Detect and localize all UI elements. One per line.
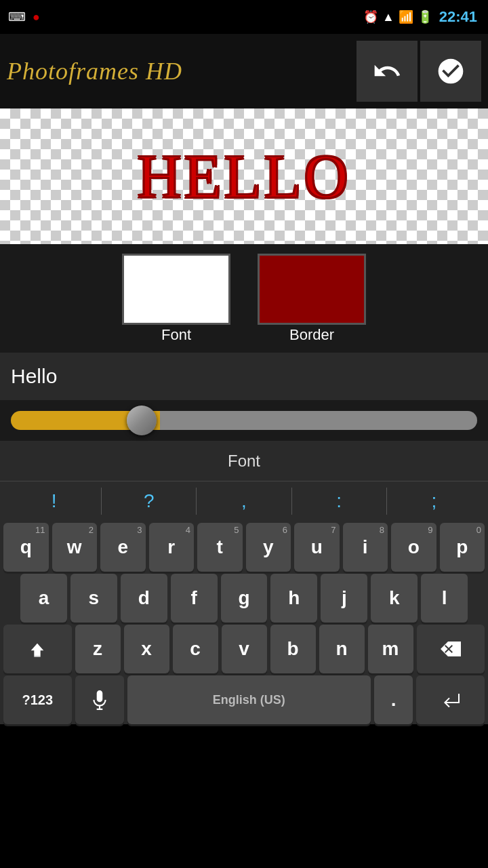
undo-button[interactable] — [357, 41, 418, 102]
key-i[interactable]: i8 — [343, 523, 388, 572]
keyboard-icon: ⌨ — [8, 9, 26, 24]
toolbar-buttons — [357, 41, 481, 102]
keyboard: ! ? , : ; q1 w2 e3 r4 t5 y6 u7 i8 o9 p0 … — [0, 481, 488, 724]
key-c[interactable]: c — [173, 625, 218, 673]
key-f[interactable]: f — [171, 574, 218, 623]
size-slider-thumb[interactable] — [127, 406, 157, 435]
font-color-container: Font — [122, 254, 230, 344]
special-key-semicolon[interactable]: ; — [387, 481, 481, 521]
key-row-zxcv: z x c v b n m — [3, 625, 485, 673]
font-selector-area[interactable]: Font — [0, 441, 488, 481]
key-l[interactable]: l — [421, 574, 468, 623]
status-time: 22:41 — [439, 8, 477, 26]
key-w[interactable]: w2 — [52, 523, 98, 572]
key-v[interactable]: v — [222, 625, 267, 673]
key-row-asdf: a s d f g h j k l — [20, 574, 468, 623]
shift-key[interactable] — [3, 625, 72, 673]
mic-key[interactable] — [75, 675, 124, 724]
special-keys-row: ! ? , : ; — [0, 481, 488, 521]
backspace-icon — [441, 642, 461, 656]
key-z[interactable]: z — [75, 625, 121, 673]
undo-icon — [372, 56, 402, 86]
shift-icon — [28, 639, 47, 658]
period-key[interactable]: . — [374, 675, 413, 724]
font-color-swatch[interactable] — [122, 254, 230, 325]
key-j[interactable]: j — [321, 574, 367, 623]
key-q[interactable]: q1 — [3, 523, 49, 572]
key-b[interactable]: b — [270, 625, 316, 673]
key-y[interactable]: y6 — [246, 523, 291, 572]
key-n[interactable]: n — [319, 625, 365, 673]
font-color-label: Font — [161, 326, 191, 344]
special-key-exclaim[interactable]: ! — [7, 481, 101, 521]
font-selector-label: Font — [228, 452, 260, 471]
hello-text: HELLO — [138, 142, 351, 212]
key-h[interactable]: h — [270, 574, 317, 623]
backspace-key[interactable] — [417, 625, 485, 673]
special-key-colon[interactable]: : — [292, 481, 386, 521]
app-logo: Photoframes HD — [7, 57, 182, 85]
key-m[interactable]: m — [368, 625, 413, 673]
size-slider-track — [11, 411, 477, 430]
key-u[interactable]: u7 — [294, 523, 340, 572]
alarm-icon: ⏰ — [363, 9, 378, 24]
text-input-area — [0, 353, 488, 400]
key-e[interactable]: e3 — [100, 523, 146, 572]
num-key[interactable]: ?123 — [3, 675, 72, 724]
key-t[interactable]: t5 — [197, 523, 243, 572]
mic-icon — [91, 690, 108, 710]
svg-rect-0 — [35, 656, 41, 657]
confirm-button[interactable] — [420, 41, 481, 102]
key-row-bottom: ?123 English (US) . — [3, 675, 485, 724]
status-icons-right: ⏰ ▲ 📶 🔋 22:41 — [363, 8, 477, 26]
border-color-swatch[interactable] — [258, 254, 366, 325]
key-g[interactable]: g — [221, 574, 268, 623]
signal-icon: 📶 — [399, 9, 413, 24]
confirm-icon — [436, 56, 466, 86]
key-k[interactable]: k — [371, 574, 418, 623]
key-a[interactable]: a — [20, 574, 67, 623]
enter-icon — [441, 692, 461, 707]
special-key-question[interactable]: ? — [102, 481, 196, 521]
slider-area — [0, 400, 488, 441]
color-area: Font Border — [0, 244, 488, 353]
key-d[interactable]: d — [121, 574, 167, 623]
status-icons-left: ⌨ ● — [8, 9, 40, 24]
key-r[interactable]: r4 — [149, 523, 195, 572]
canvas-area: HELLO — [0, 108, 488, 244]
key-o[interactable]: o9 — [391, 523, 436, 572]
special-key-comma[interactable]: , — [197, 481, 291, 521]
record-icon: ● — [33, 10, 40, 24]
key-s[interactable]: s — [70, 574, 117, 623]
key-x[interactable]: x — [124, 625, 169, 673]
space-key[interactable]: English (US) — [127, 675, 371, 724]
border-color-container: Border — [258, 254, 366, 344]
enter-key[interactable] — [416, 675, 485, 724]
key-row-qwerty: q1 w2 e3 r4 t5 y6 u7 i8 o9 p0 — [3, 523, 485, 572]
toolbar: Photoframes HD — [0, 34, 488, 108]
status-bar: ⌨ ● ⏰ ▲ 📶 🔋 22:41 — [0, 0, 488, 34]
wifi-icon: ▲ — [382, 10, 394, 24]
text-input[interactable] — [11, 365, 477, 388]
border-color-label: Border — [289, 326, 334, 344]
key-p[interactable]: p0 — [440, 523, 485, 572]
battery-icon: 🔋 — [418, 9, 432, 24]
